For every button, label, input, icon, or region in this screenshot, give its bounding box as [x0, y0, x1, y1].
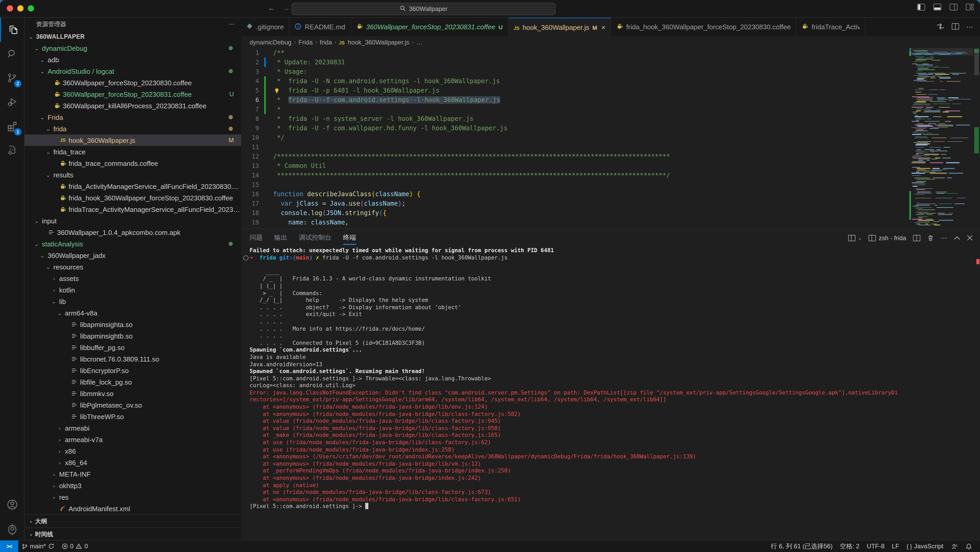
maximize-panel-icon[interactable] [954, 236, 960, 240]
folder-item-x86-64[interactable]: ›x86_64 [25, 457, 241, 468]
status-cursor-position[interactable]: 行 6, 列 61 (已选择56) [767, 541, 836, 552]
activity-accounts-icon[interactable] [0, 492, 24, 516]
folder-item-armeabi[interactable]: ›armeabi [25, 422, 241, 434]
folder-item-resources[interactable]: ⌄resources [25, 261, 241, 273]
file-item-libthreewp-so[interactable]: libThreeWP.so [25, 411, 241, 422]
terminal[interactable]: Failed to attach: unexpectedly timed out… [241, 247, 973, 541]
navigate-forward-button[interactable]: → [283, 4, 290, 12]
split-editor-icon[interactable] [952, 23, 959, 31]
navigate-back-button[interactable]: ← [268, 4, 275, 12]
close-tab-icon[interactable]: × [601, 24, 605, 32]
folder-item-res[interactable]: ›res [25, 491, 241, 503]
launch-profile-icon[interactable]: ⌄ [848, 235, 862, 241]
panel-tab-问题[interactable]: 问题 [250, 229, 262, 247]
breadcrumb-segment[interactable]: frida [320, 38, 332, 46]
activity-extensions-icon[interactable]: 1 [0, 114, 24, 138]
timeline-section[interactable]: ›时间线 [25, 527, 241, 541]
breadcrumb-segment[interactable]: dynamicDebug [250, 38, 291, 46]
activity-explorer-icon[interactable] [0, 18, 25, 42]
file-item-libfile-lock-pg-so[interactable]: libfile_lock_pg.so [25, 376, 241, 388]
open-changes-icon[interactable] [937, 23, 944, 31]
lightbulb-icon[interactable] [272, 86, 281, 95]
folder-item-meta-inf[interactable]: ›META-INF [25, 468, 241, 480]
close-panel-icon[interactable] [967, 235, 973, 241]
file-item-frida-activitymanagerservice-allfuncfield-20230830-[interactable]: frida_ActivityManagerService_allFuncFiel… [25, 180, 241, 192]
panel-tab-输出[interactable]: 输出 [274, 229, 287, 247]
editor-scrollbar[interactable] [973, 48, 980, 229]
file-item-libencryptorp-so[interactable]: libEncryptorP.so [25, 365, 241, 376]
kill-terminal-icon[interactable] [927, 234, 934, 241]
folder-item-360wallpaper[interactable]: ⌄360WALLPAPER [25, 31, 241, 42]
command-decoration-circle[interactable] [243, 255, 248, 260]
customize-layout-icon[interactable] [966, 4, 974, 11]
file-item-fridatrace-activitymanagerservice-allfuncfield-20230-[interactable]: fridaTrace_ActivityManagerService_allFun… [25, 204, 241, 215]
file-item-360wallpaper-1-0-4-apkcombo-com-apk[interactable]: 360Wallpaper_1.0.4_apkcombo.com.apk [25, 227, 241, 238]
outline-section[interactable]: ›大纲 [25, 514, 241, 527]
split-terminal-icon[interactable] [913, 235, 920, 241]
status-language-mode[interactable]: { }JavaScript [903, 541, 947, 552]
toggle-sidebar-icon[interactable] [917, 4, 925, 11]
notifications-bell-icon[interactable] [962, 541, 976, 552]
file-item-libapminsighta-so[interactable]: libapminsighta.so [25, 319, 241, 330]
file-item-360wallpaper-forcestop-20230831-coffee[interactable]: 360Wallpaper_forceStop_20230831.coffeeU [25, 88, 241, 100]
status-indentation[interactable]: 空格: 2 [836, 541, 863, 552]
tab-frida-hook-360wallpaper-forcestop-20230830-coffee[interactable]: frida_hook_360Wallpaper_forceStop_202308… [611, 18, 797, 36]
minimap[interactable] [909, 48, 973, 229]
minimize-window-button[interactable] [17, 5, 24, 11]
folder-item-lib[interactable]: ⌄lib [25, 296, 241, 307]
command-center-search[interactable]: 360Wallpaper [291, 3, 556, 15]
tab-fridatrace-activ[interactable]: fridaTrace_Activ [797, 18, 865, 36]
activity-settings-icon[interactable] [0, 516, 24, 541]
folder-item-adb[interactable]: ⌄adb [25, 54, 241, 65]
status-eol[interactable]: LF [888, 541, 903, 552]
folder-item-frida[interactable]: ⌄Frida [25, 111, 241, 123]
panel-tab-调试控制台[interactable]: 调试控制台 [299, 229, 331, 247]
activity-source-control-icon[interactable]: 2 [0, 66, 24, 90]
folder-item-frida[interactable]: ⌄frida [25, 123, 241, 134]
tab--gitignore[interactable]: .gitignore [241, 18, 290, 36]
panel-tab-终端[interactable]: 终端 [343, 229, 356, 247]
file-item-libcronet-76-0-3809-111-so[interactable]: libcronet.76.0.3809.111.so [25, 353, 241, 365]
file-item-360wallpaper-killall6process-20230831-coffee[interactable]: 360Wallpaper_killAll6Process_20230831.co… [25, 100, 241, 111]
folder-item-input[interactable]: ⌄input [25, 215, 241, 227]
folder-item-androidstudio-logcat[interactable]: ⌄AndroidStudio / logcat [25, 65, 241, 77]
problems-item[interactable]: 0 0 [58, 541, 92, 552]
git-branch-item[interactable]: main* [18, 541, 58, 552]
activity-run-debug-icon[interactable] [0, 90, 24, 114]
breadcrumb-segment[interactable]: hook_360Wallpaper.js [348, 38, 409, 46]
file-item-frida-hook-360wallpaper-forcestop-20230830-coffee[interactable]: frida_hook_360Wallpaper_forceStop_202308… [25, 192, 241, 204]
tab-360wallpaper-forcestop-20230831-coffee[interactable]: 360Wallpaper_forceStop_20230831.coffeeU [351, 18, 509, 36]
folder-item-360wallpaper-jadx[interactable]: ⌄360Wallpaper_jadx [25, 250, 241, 261]
file-item-libapminsightb-so[interactable]: libapminsightb.so [25, 330, 241, 342]
file-item-hook-360wallpaper-js[interactable]: JShook_360Wallpaper.jsM [25, 134, 241, 146]
file-item-androidmanifest-xml[interactable]: AndroidManifest.xml [25, 503, 241, 514]
explorer-more-actions-icon[interactable]: ⋯ [229, 21, 235, 28]
folder-item-assets[interactable]: ›assets [25, 273, 241, 284]
file-item-frida-trace-commands-coffee[interactable]: frida_trace_commands.coffee [25, 157, 241, 169]
folder-item-frida-trace[interactable]: ⌄frida_trace [25, 146, 241, 157]
breadcrumb-segment[interactable]: … [417, 38, 423, 46]
folder-item-okhttp3[interactable]: ›okhttp3 [25, 480, 241, 491]
folder-item-arm64-v8a[interactable]: ⌄arm64-v8a [25, 307, 241, 319]
breadcrumb-segment[interactable]: Frida [299, 38, 313, 46]
terminal-instance-item[interactable]: zsh - frida [869, 234, 906, 242]
folder-item-kotlin[interactable]: ›kotlin [25, 284, 241, 296]
toggle-panel-icon[interactable] [934, 4, 941, 11]
toggle-secondary-sidebar-icon[interactable] [950, 4, 958, 11]
folder-item-x86[interactable]: ›x86 [25, 445, 241, 457]
activity-cpp-tools-icon[interactable]: C++ [0, 138, 24, 162]
file-item-360wallpaper-forcestop-20230830-coffee[interactable]: 360Wallpaper_forceStop_20230830.coffee [25, 77, 241, 88]
zoom-window-button[interactable] [28, 5, 34, 11]
folder-item-staticanalysis[interactable]: ⌄staticAnalysis [25, 238, 241, 250]
folder-item-dynamicdebug[interactable]: ⌄dynamicDebug [25, 42, 241, 54]
profile-icon[interactable] [947, 541, 962, 552]
tab-hook-360wallpaper-js[interactable]: JShook_360Wallpaper.jsM× [508, 18, 611, 37]
code-editor[interactable]: 1/**2 * Update: 202308313 * Usage:4 * fr… [241, 48, 980, 229]
editor-more-actions-icon[interactable]: ⋯ [966, 23, 974, 31]
status-encoding[interactable]: UTF-8 [863, 541, 888, 552]
close-window-button[interactable] [7, 5, 13, 11]
remote-indicator[interactable]: >< [0, 541, 18, 552]
panel-more-actions-icon[interactable]: ⋯ [941, 234, 947, 242]
tab-readme-md[interactable]: README.md [290, 18, 351, 36]
file-item-libpglmetasec-ov-so[interactable]: libPglmetasec_ov.so [25, 399, 241, 411]
